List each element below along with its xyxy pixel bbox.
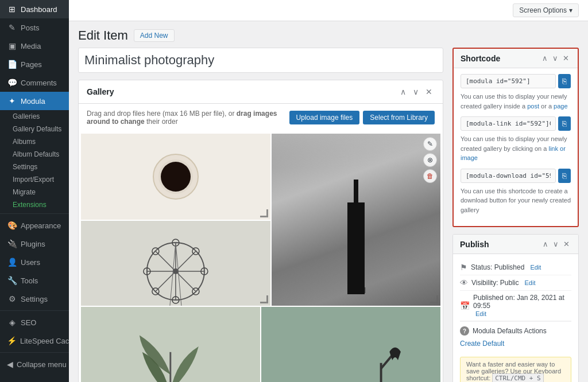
publish-panel: Publish ∧ ∨ ✕ ⚑ Status: Published Edit	[452, 234, 579, 382]
collapse-icon: ◀	[7, 360, 13, 369]
sidebar-sub-migrate[interactable]: Migrate	[0, 186, 69, 198]
litespeed-icon: ⚡	[7, 336, 17, 345]
sidebar-sub-albums[interactable]: Albums	[0, 135, 69, 148]
sidebar-sub-album-defaults[interactable]: Album Defaults	[0, 148, 69, 161]
sidebar-item-label: Pages	[21, 60, 42, 69]
publish-visibility-row: 👁 Visibility: Public Edit	[460, 275, 571, 291]
publish-panel-body: ⚑ Status: Published Edit 👁 Visibility: P…	[453, 254, 578, 382]
gallery-image-plant	[81, 307, 260, 382]
modula-defaults-row: ? Modula Defaults Actions	[460, 321, 571, 339]
sidebar-item-comments[interactable]: 💬 Comments	[0, 73, 69, 92]
shortcode-input-3[interactable]	[461, 169, 556, 183]
sidebar-item-dashboard[interactable]: ⊞ Dashboard	[0, 0, 69, 18]
sidebar-item-modula[interactable]: ✦ Modula	[0, 92, 69, 110]
sidebar-item-label: Plugins	[21, 240, 45, 248]
sidebar-item-settings[interactable]: ⚙ Settings	[0, 290, 69, 308]
eye-icon: 👁	[460, 278, 468, 287]
tools-icon: 🔧	[7, 276, 17, 285]
main-content: Screen Options ▾ Edit Item Add New Galle…	[69, 0, 588, 382]
resize-handle	[430, 295, 438, 303]
resize-handle	[260, 295, 268, 303]
unlink-image-icon[interactable]: ⊗	[423, 153, 437, 167]
shortcode-input-1[interactable]	[461, 74, 556, 88]
sidebar-item-tools[interactable]: 🔧 Tools	[0, 271, 69, 290]
publish-date-edit-link[interactable]: Edit	[475, 310, 486, 317]
publish-panel-header: Publish ∧ ∨ ✕	[453, 235, 578, 254]
publish-visibility-edit-link[interactable]: Edit	[524, 279, 535, 286]
shortcode-panel-body: ⎘ You can use this to display your newly…	[454, 68, 578, 226]
gallery-controls: ∧ ∨ ✕	[398, 86, 435, 98]
gallery-collapse-down-button[interactable]: ∨	[411, 86, 421, 98]
plugins-icon: 🔌	[7, 239, 17, 248]
sidebar-item-plugins[interactable]: 🔌 Plugins	[0, 235, 69, 253]
sidebar-item-posts[interactable]: ✎ Posts	[0, 18, 69, 37]
sidebar-item-pages[interactable]: 📄 Pages	[0, 55, 69, 73]
sidebar-item-litespeed[interactable]: ⚡ LiteSpeed Cache	[0, 332, 69, 350]
calendar-icon: 📅	[460, 301, 470, 310]
select-library-button[interactable]: Select from Library	[363, 111, 435, 124]
shortcode-page-link[interactable]: page	[554, 103, 567, 110]
gallery-drag-text: Drag and drop files here (max 16 MB per …	[87, 110, 284, 126]
publish-collapse-up-button[interactable]: ∧	[541, 239, 550, 249]
gallery-image-lamp	[261, 307, 440, 382]
dashboard-icon: ⊞	[7, 5, 17, 14]
sidebar-item-label: SEO	[21, 318, 36, 327]
sidebar-sub-extensions[interactable]: Extensions	[0, 198, 69, 211]
delete-image-icon[interactable]: 🗑	[423, 169, 437, 183]
sidebar-item-media[interactable]: ▣ Media	[0, 37, 69, 55]
sidebar-sub-gallery-defaults[interactable]: Gallery Defaults	[0, 123, 69, 135]
publish-status-edit-link[interactable]: Edit	[530, 264, 541, 271]
shortcode-panel-header: Shortcode ∧ ∨ ✕	[454, 49, 578, 68]
screen-options-button[interactable]: Screen Options ▾	[513, 3, 579, 17]
gallery-buttons: Upload image files Select from Library	[289, 111, 435, 124]
publish-close-button[interactable]: ✕	[562, 239, 571, 249]
shortcode-desc-3: You can use this shortcode to create a d…	[461, 186, 571, 215]
resize-handle	[260, 209, 268, 217]
shortcode-collapse-up-button[interactable]: ∧	[540, 53, 550, 63]
item-title-input[interactable]	[78, 48, 443, 73]
gallery-image-coffee	[81, 134, 270, 220]
gallery-collapse-up-button[interactable]: ∧	[398, 86, 408, 98]
shortcode-collapse-down-button[interactable]: ∨	[551, 53, 560, 63]
copy-icon-1: ⎘	[562, 77, 567, 85]
shortcode-copy-button-2[interactable]: ⎘	[558, 116, 571, 131]
edit-image-icon[interactable]: ✎	[423, 137, 437, 151]
sidebar-item-appearance[interactable]: 🎨 Appearance	[0, 216, 69, 235]
modula-defaults-label: Modula Defaults Actions	[473, 327, 547, 335]
sidebar-item-collapse[interactable]: ◀ Collapse menu	[0, 355, 69, 373]
shortcode-panel: Shortcode ∧ ∨ ✕ ⎘	[452, 48, 579, 227]
sidebar-sub-import-export[interactable]: Import/Export	[0, 173, 69, 186]
gallery-close-button[interactable]: ✕	[423, 86, 435, 98]
shortcode-close-button[interactable]: ✕	[561, 53, 571, 63]
publish-panel-title: Publish	[460, 240, 489, 249]
sidebar-item-label: Dashboard	[21, 5, 57, 14]
shortcode-image-link[interactable]: image	[461, 154, 478, 161]
comments-icon: 💬	[7, 78, 17, 87]
shortcode-copy-button-1[interactable]: ⎘	[558, 74, 571, 88]
gallery-drag-area: Drag and drop files here (max 16 MB per …	[79, 104, 443, 131]
upload-images-button[interactable]: Upload image files	[289, 111, 360, 124]
publish-collapse-down-button[interactable]: ∨	[551, 239, 560, 249]
create-default-link[interactable]: Create Default	[460, 340, 504, 348]
shortcode-copy-button-3[interactable]: ⎘	[558, 169, 571, 183]
shortcode-input-2[interactable]	[461, 116, 556, 131]
sidebar-item-label: Posts	[21, 24, 40, 32]
sidebar-item-label: Modula	[21, 97, 45, 106]
shortcode-link-or[interactable]: link or	[548, 145, 565, 152]
shortcode-post-link[interactable]: post	[527, 103, 539, 110]
shortcode-panel-title: Shortcode	[461, 54, 500, 63]
posts-icon: ✎	[7, 23, 17, 32]
gallery-image-ferris	[81, 221, 270, 306]
keyboard-hint: Want a faster and easier way to save gal…	[460, 357, 571, 382]
edit-area: Gallery ∧ ∨ ✕ Drag and drop files here (…	[69, 48, 588, 382]
sidebar-sub-settings[interactable]: Settings	[0, 161, 69, 173]
sidebar-item-seo[interactable]: ◈ SEO	[0, 313, 69, 332]
add-new-button[interactable]: Add New	[134, 29, 175, 42]
appearance-icon: 🎨	[7, 221, 17, 230]
sidebar-item-label: Tools	[21, 276, 38, 285]
media-icon: ▣	[7, 41, 17, 50]
help-icon[interactable]: ?	[460, 326, 469, 336]
image-overlay-icons: ✎ ⊗ 🗑	[423, 137, 437, 183]
sidebar-sub-galleries[interactable]: Galleries	[0, 110, 69, 123]
sidebar-item-users[interactable]: 👤 Users	[0, 253, 69, 271]
